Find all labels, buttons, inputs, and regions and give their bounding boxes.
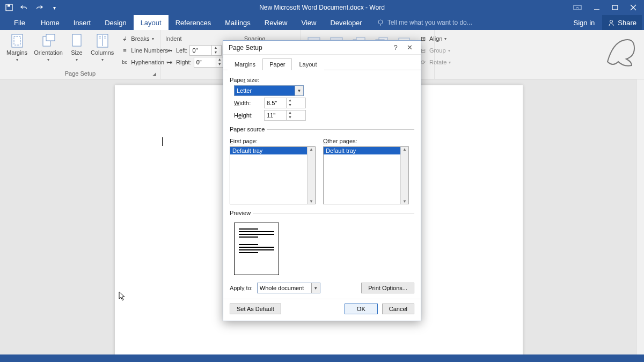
dialog-title: Page Setup: [229, 44, 262, 51]
apply-to-combo[interactable]: Whole document ▼: [257, 283, 320, 293]
tab-design[interactable]: Design: [98, 15, 133, 30]
indent-left-input[interactable]: ▲▼: [189, 45, 222, 56]
tab-file[interactable]: File: [5, 15, 34, 30]
tab-mailings[interactable]: Mailings: [218, 15, 258, 30]
page-setup-dialog: Page Setup ? ✕ Margins Paper Layout Pape…: [223, 40, 421, 321]
svg-rect-13: [46, 34, 55, 41]
svg-rect-2: [574, 5, 581, 10]
status-bar: [0, 354, 644, 362]
paper-source-group: Paper source First page: Default tray ▲▼…: [230, 126, 414, 204]
dialog-tab-layout[interactable]: Layout: [292, 58, 324, 70]
align-label: Align: [429, 35, 442, 42]
minimize-icon[interactable]: [594, 4, 600, 11]
window-controls: [573, 4, 644, 11]
tab-developer[interactable]: Developer: [323, 15, 369, 30]
dialog-close-button[interactable]: ✕: [402, 43, 416, 51]
columns-icon: [95, 33, 110, 48]
indent-right-input[interactable]: ▲▼: [194, 57, 226, 68]
tell-me-search[interactable]: Tell me what you want to do...: [369, 15, 472, 30]
margins-icon: [10, 33, 25, 48]
cancel-button[interactable]: Cancel: [382, 304, 414, 314]
size-label: Size: [71, 49, 82, 56]
paper-size-value: Letter: [235, 86, 295, 95]
tab-home[interactable]: Home: [34, 15, 67, 30]
dialog-tab-paper[interactable]: Paper: [262, 58, 292, 70]
tab-insert[interactable]: Insert: [67, 15, 98, 30]
indent-left-icon: ⇤: [165, 46, 174, 55]
close-icon[interactable]: [630, 4, 636, 11]
dialog-tab-margins[interactable]: Margins: [228, 58, 262, 70]
columns-label: Columns: [91, 49, 114, 56]
preview-thumbnail: [234, 223, 279, 275]
other-pages-listbox[interactable]: Default tray ▲▼: [323, 146, 409, 204]
height-label: Height:: [234, 112, 260, 119]
first-page-label: First page:: [230, 138, 316, 144]
breaks-label: Breaks: [131, 35, 149, 42]
svg-point-7: [378, 20, 383, 24]
save-icon[interactable]: [5, 4, 13, 11]
redo-icon[interactable]: [35, 4, 43, 11]
svg-rect-1: [8, 5, 10, 7]
other-pages-label: Other pages:: [323, 138, 409, 144]
margins-label: Margins: [6, 49, 27, 56]
listbox-scrollbar[interactable]: ▲▼: [400, 147, 408, 204]
height-input[interactable]: ▲▼: [264, 110, 306, 121]
first-page-option[interactable]: Default tray: [230, 147, 315, 154]
columns-button[interactable]: Columns▾: [87, 31, 117, 63]
dialog-footer: Set As Default OK Cancel: [223, 299, 421, 321]
rotate-label: Rotate: [429, 59, 447, 65]
paper-size-combo[interactable]: Letter ▼: [234, 85, 304, 96]
dialog-titlebar: Page Setup ? ✕: [223, 41, 421, 55]
maximize-icon[interactable]: [612, 4, 618, 11]
preview-group: Preview: [230, 210, 414, 275]
share-button[interactable]: Share: [602, 15, 642, 30]
width-label: Width:: [234, 100, 260, 106]
svg-rect-4: [612, 5, 618, 10]
share-icon: [608, 19, 615, 26]
other-pages-option[interactable]: Default tray: [324, 147, 408, 154]
listbox-scrollbar[interactable]: ▲▼: [307, 147, 315, 204]
apply-to-value: Whole document: [258, 283, 311, 293]
ok-button[interactable]: OK: [345, 304, 378, 314]
margins-button[interactable]: Margins▾: [3, 31, 31, 63]
svg-rect-14: [72, 34, 81, 46]
apply-to-label: Apply to:: [230, 285, 253, 291]
vertical-scrollbar[interactable]: [636, 79, 644, 354]
tab-review[interactable]: Review: [258, 15, 295, 30]
share-label: Share: [618, 19, 636, 27]
tab-layout[interactable]: Layout: [134, 15, 169, 30]
qat-customize-icon[interactable]: ▾: [50, 4, 58, 11]
breaks-icon: ↲: [120, 34, 129, 43]
dialog-tabs: Margins Paper Layout: [223, 55, 421, 70]
orientation-button[interactable]: Orientation▾: [31, 31, 66, 63]
dialog-help-button[interactable]: ?: [389, 43, 402, 51]
orientation-icon: [41, 33, 56, 48]
rotate-button[interactable]: ⟳Rotate ▾: [418, 57, 452, 68]
title-bar: ▾ New Microsoft Word Document.docx - Wor…: [0, 0, 644, 15]
size-button[interactable]: Size▾: [66, 31, 87, 63]
align-button[interactable]: ⊞Align ▾: [418, 33, 452, 44]
indent-left-label: Left:: [176, 47, 187, 54]
set-as-default-button[interactable]: Set As Default: [230, 304, 281, 314]
text-cursor: [162, 137, 163, 146]
group-objects-button[interactable]: ⊟Group ▾: [418, 45, 452, 56]
tab-references[interactable]: References: [169, 15, 218, 30]
hyphenation-label: Hyphenation: [131, 59, 164, 65]
width-input[interactable]: ▲▼: [264, 98, 306, 108]
sign-in-link[interactable]: Sign in: [568, 19, 601, 27]
first-page-listbox[interactable]: Default tray ▲▼: [230, 146, 316, 204]
tab-view[interactable]: View: [294, 15, 323, 30]
group-page-setup: Margins▾ Orientation▾ Size▾ Columns▾ ↲Br…: [0, 30, 161, 79]
chevron-down-icon: ▼: [295, 86, 303, 95]
ribbon-options-icon[interactable]: [573, 5, 582, 10]
indent-header: Indent: [164, 33, 227, 44]
lightbulb-icon: [377, 19, 384, 26]
page-setup-group-label: Page Setup◢: [3, 69, 157, 79]
paper-source-label: Paper source: [230, 126, 267, 132]
page-setup-launcher-icon[interactable]: ◢: [152, 71, 156, 77]
print-options-button[interactable]: Print Options...: [361, 283, 414, 293]
svg-point-9: [610, 20, 613, 23]
mouse-pointer-icon: [119, 291, 126, 301]
indent-right-row: ⇥Right: ▲▼: [164, 57, 227, 68]
undo-icon[interactable]: [20, 4, 28, 11]
